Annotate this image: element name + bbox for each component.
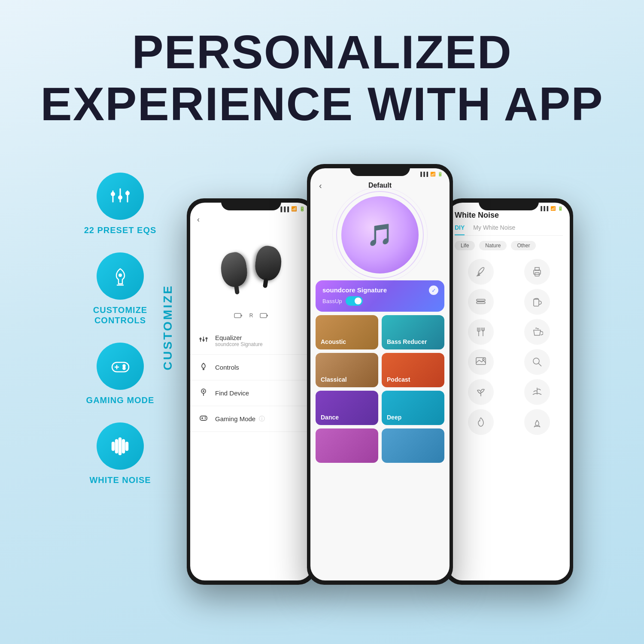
phone-left-screen: ▐▐▐ 📶 🔋 ‹ <box>190 203 312 580</box>
menu-equalizer[interactable]: Equalizer soundcore Signature <box>190 327 312 355</box>
bass-up-row: BassUp <box>322 296 437 306</box>
battery-icon: 🔋 <box>299 206 305 212</box>
preset-eqs-icon-circle <box>97 173 144 220</box>
dance-label: Dance <box>321 414 339 421</box>
filter-other[interactable]: Other <box>511 241 536 250</box>
svg-point-44 <box>483 358 484 360</box>
landscape-icon <box>475 356 487 368</box>
svg-point-32 <box>205 417 206 418</box>
tab-diy[interactable]: DIY <box>455 224 465 235</box>
sandwich-icon <box>475 296 487 308</box>
signature-card[interactable]: ✓ soundcore Signature BassUp <box>316 280 444 312</box>
svg-point-6 <box>118 273 122 277</box>
noise-icon-plant[interactable] <box>468 379 494 405</box>
menu-gaming-mode[interactable]: Gaming Mode ⓘ <box>190 406 312 432</box>
svg-rect-18 <box>241 315 242 316</box>
earbuds-display <box>190 240 312 304</box>
svg-rect-16 <box>126 442 128 450</box>
gaming-mode-menu-label: Gaming Mode <box>215 415 255 422</box>
left-back-arrow[interactable]: ‹ <box>197 215 200 224</box>
eq-menu-icon <box>199 335 208 346</box>
noise-icon-printer[interactable] <box>524 259 550 285</box>
find-device-label: Find Device <box>215 389 249 397</box>
gaming-menu-icon <box>199 413 208 425</box>
filter-life[interactable]: Life <box>455 241 475 250</box>
beach-icon <box>531 386 543 398</box>
center-back-arrow[interactable]: ‹ <box>319 181 322 191</box>
svg-point-1 <box>111 192 115 196</box>
center-signal-icon: ▐▐▐ <box>419 172 428 176</box>
svg-point-5 <box>125 191 130 195</box>
noise-icon-utensils[interactable] <box>468 319 494 345</box>
svg-point-24 <box>203 339 205 341</box>
svg-rect-38 <box>477 299 485 301</box>
campfire-icon <box>531 416 543 428</box>
noise-icon-beach[interactable] <box>524 379 550 405</box>
eq-tile-acoustic[interactable]: Acoustic <box>316 315 378 349</box>
noise-icons-grid <box>448 255 570 438</box>
gaming-info-icon: ⓘ <box>259 415 265 423</box>
magnifier-icon <box>531 356 543 368</box>
noise-icon-search[interactable] <box>524 349 550 375</box>
left-battery <box>234 313 243 319</box>
earbud-left-stem <box>234 285 240 295</box>
svg-point-11 <box>123 367 125 369</box>
noise-icon-feather[interactable] <box>468 259 494 285</box>
noise-icon-fire[interactable] <box>468 409 494 435</box>
svg-point-33 <box>205 418 206 419</box>
noise-tabs: DIY My White Noise <box>455 224 563 236</box>
bass-up-toggle[interactable] <box>346 296 363 306</box>
noise-icon-landscape[interactable] <box>468 349 494 375</box>
svg-point-45 <box>533 358 539 364</box>
white-noise-label: WHITE NOISE <box>89 475 151 485</box>
utensils-icon <box>475 326 487 338</box>
noise-icon-campfire[interactable] <box>524 409 550 435</box>
menu-controls[interactable]: Controls <box>190 355 312 380</box>
eq-tile-deep[interactable]: Deep <box>382 391 444 425</box>
noise-icon-sandwich[interactable] <box>468 289 494 315</box>
earbud-left <box>219 251 249 289</box>
classical-label: Classical <box>321 376 347 383</box>
svg-rect-19 <box>260 313 267 318</box>
eq-tile-dance[interactable]: Dance <box>316 391 378 425</box>
bass-up-label: BassUp <box>322 298 342 304</box>
headline-line1: PERSONALIZED <box>0 26 644 78</box>
menu-find-device[interactable]: Find Device <box>190 380 312 406</box>
eq-label: Equalizer <box>215 334 263 341</box>
eq-tile-podcast[interactable]: Podcast <box>382 353 444 387</box>
controls-menu-icon <box>199 361 208 373</box>
feature-preset-eqs: 22 PRESET EQS <box>71 173 170 235</box>
center-battery-icon: 🔋 <box>437 172 443 176</box>
phone-center-notch <box>350 164 410 176</box>
eq-tile-more1[interactable] <box>316 428 378 463</box>
noise-filters: Life Nature Other <box>448 236 570 255</box>
music-note-icon: 🎵 <box>367 222 393 247</box>
touch-icon <box>109 264 132 288</box>
feature-gaming: GAMING MODE <box>71 343 170 405</box>
svg-point-10 <box>123 365 125 367</box>
eq-tile-classical[interactable]: Classical <box>316 353 378 387</box>
svg-rect-13 <box>115 440 118 453</box>
right-battery-label: R <box>249 313 253 319</box>
svg-rect-15 <box>122 440 125 453</box>
podcast-label: Podcast <box>387 376 410 383</box>
svg-point-3 <box>118 195 122 200</box>
center-wifi-icon: 📶 <box>430 172 435 176</box>
svg-point-26 <box>206 337 208 340</box>
feather-icon <box>475 266 487 278</box>
phone-center: ▐▐▐ 📶 🔋 ‹ Default 🎵 ✓ <box>307 164 453 585</box>
signature-check: ✓ <box>429 286 438 295</box>
eq-tile-bass-reducer[interactable]: Bass Reducer <box>382 315 444 349</box>
tab-my-white-noise[interactable]: My White Noise <box>473 224 515 235</box>
noise-icon-beer[interactable] <box>524 289 550 315</box>
phone-right-notch <box>479 198 539 210</box>
battery-left-icon <box>234 313 243 319</box>
noise-icon-tea[interactable] <box>524 319 550 345</box>
eq-tile-more2[interactable] <box>382 428 444 463</box>
filter-nature[interactable]: Nature <box>479 241 507 250</box>
eq-circle-visual: 🎵 <box>341 196 419 273</box>
acoustic-label: Acoustic <box>321 338 346 345</box>
left-app-header: ‹ <box>190 212 312 231</box>
earbud-right-stem <box>263 278 268 288</box>
headline-line2: EXPERIENCE WITH APP <box>0 78 644 130</box>
